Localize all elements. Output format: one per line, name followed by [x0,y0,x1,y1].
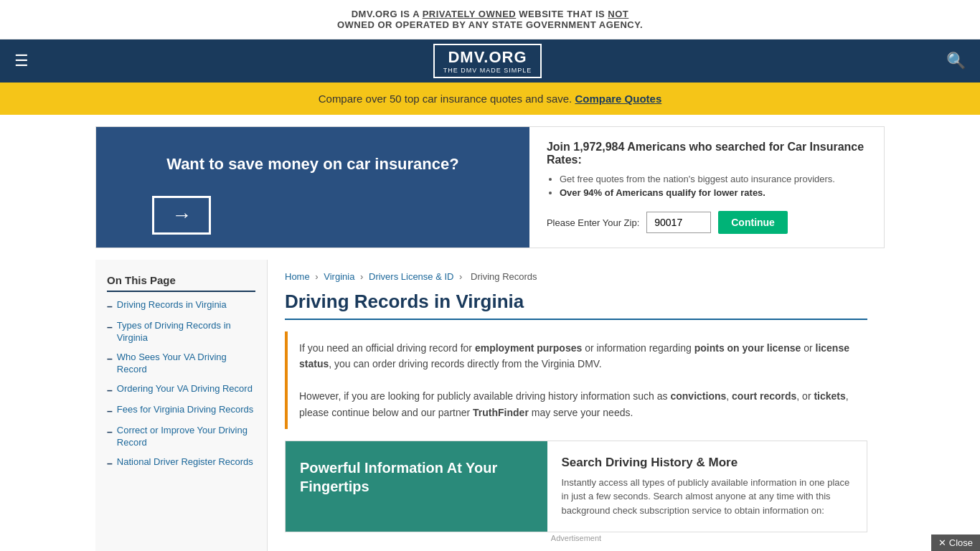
sidebar: On This Page – Driving Records in Virgin… [95,260,268,551]
widget-left-text: Want to save money on car insurance? [152,140,473,189]
alert-paragraph-2: However, if you are looking for publicly… [299,388,856,420]
dash-icon-6: – [107,425,113,438]
sidebar-item-1: – Driving Records in Virginia [107,299,255,313]
search-icon[interactable]: 🔍 [946,52,966,70]
sidebar-link-5[interactable]: Fees for Virginia Driving Records [117,404,254,416]
sidebar-item-2: – Types of Driving Records in Virginia [107,320,255,344]
insurance-widget: Want to save money on car insurance? → J… [95,126,885,248]
breadcrumb-sep-2: › [360,271,363,282]
zip-row: Please Enter Your Zip: Continue [547,211,867,234]
ad-label: Advertisement [285,534,867,542]
logo-subtext: THE DMV MADE SIMPLE [443,67,532,74]
bullet-2: Over 94% of Americans qualify for lower … [560,187,867,198]
sidebar-link-7[interactable]: National Driver Register Records [117,456,253,468]
bold-points: points on your license [694,342,801,354]
sidebar-item-4: – Ordering Your VA Driving Record [107,383,255,397]
bold-convictions: convictions [670,390,726,402]
top-banner: DMV.ORG IS A PRIVATELY OWNED WEBSITE THA… [0,0,980,39]
breadcrumb-virginia[interactable]: Virginia [324,271,354,282]
bold-employment: employment purposes [475,342,582,354]
widget-bullets: Get free quotes from the nation's bigges… [560,174,867,201]
sidebar-link-6[interactable]: Correct or Improve Your Driving Record [117,425,255,449]
article-area: Home › Virginia › Drivers License & ID ›… [268,260,885,551]
dash-icon-3: – [107,352,113,365]
widget-right-heading: Join 1,972,984 Americans who searched fo… [547,141,867,166]
sidebar-heading: On This Page [107,274,255,292]
sidebar-link-1[interactable]: Driving Records in Virginia [117,299,227,311]
continue-button[interactable]: Continue [718,211,788,234]
sidebar-link-4[interactable]: Ordering Your VA Driving Record [117,383,253,395]
info-card-right: Search Driving History & More Instantly … [547,441,867,532]
bullet-1: Get free quotes from the nation's bigges… [560,174,867,184]
widget-left: Want to save money on car insurance? → [96,127,529,248]
promo-bar: Compare over 50 top car insurance quotes… [0,83,980,115]
breadcrumb-drivers-license[interactable]: Drivers License & ID [369,271,453,282]
sidebar-item-3: – Who Sees Your VA Driving Record [107,352,255,376]
main-content: On This Page – Driving Records in Virgin… [95,260,885,551]
zip-label: Please Enter Your Zip: [547,217,639,228]
sidebar-item-6: – Correct or Improve Your Driving Record [107,425,255,449]
zip-input[interactable] [646,212,711,233]
alert-paragraph-1: If you need an official driving record f… [299,340,856,372]
dash-icon-2: – [107,321,113,334]
dash-icon-5: – [107,405,113,418]
alert-box: If you need an official driving record f… [285,331,867,429]
info-card-right-heading: Search Driving History & More [562,456,853,470]
close-button[interactable]: ✕ Close [931,534,980,551]
info-card-left-heading: Powerful Information At Your Fingertips [300,458,533,496]
widget-right: Join 1,972,984 Americans who searched fo… [529,127,884,248]
bold-tickets: tickets [814,390,845,402]
logo-text: DMV.ORG [443,48,532,67]
sidebar-list: – Driving Records in Virginia – Types of… [107,299,255,470]
info-card-left: Powerful Information At Your Fingertips [286,441,547,532]
logo[interactable]: DMV.ORG THE DMV MADE SIMPLE [433,44,542,78]
info-card-right-text: Instantly access all types of publicly a… [562,476,853,518]
menu-icon[interactable]: ☰ [14,52,29,70]
bold-court-records: court records [732,390,796,402]
page-title: Driving Records in Virginia [285,291,867,320]
dash-icon-1: – [107,300,113,313]
breadcrumb-sep-1: › [315,271,318,282]
breadcrumb-home[interactable]: Home [285,271,310,282]
bold-truthfinder: TruthFinder [473,407,529,418]
sidebar-item-7: – National Driver Register Records [107,456,255,470]
dash-icon-4: – [107,384,113,397]
info-card: Powerful Information At Your Fingertips … [285,441,867,533]
breadcrumb: Home › Virginia › Drivers License & ID ›… [285,271,867,282]
sidebar-item-5: – Fees for Virginia Driving Records [107,404,255,418]
compare-quotes-link[interactable]: Compare Quotes [575,93,661,105]
breadcrumb-sep-3: › [459,271,462,282]
sidebar-link-3[interactable]: Who Sees Your VA Driving Record [117,352,255,376]
arrow-button[interactable]: → [152,196,211,235]
navbar: ☰ DMV.ORG THE DMV MADE SIMPLE 🔍 [0,39,980,83]
dash-icon-7: – [107,457,113,470]
promo-text: Compare over 50 top car insurance quotes… [319,93,573,105]
breadcrumb-current: Driving Records [471,271,537,282]
sidebar-link-2[interactable]: Types of Driving Records in Virginia [117,320,255,344]
